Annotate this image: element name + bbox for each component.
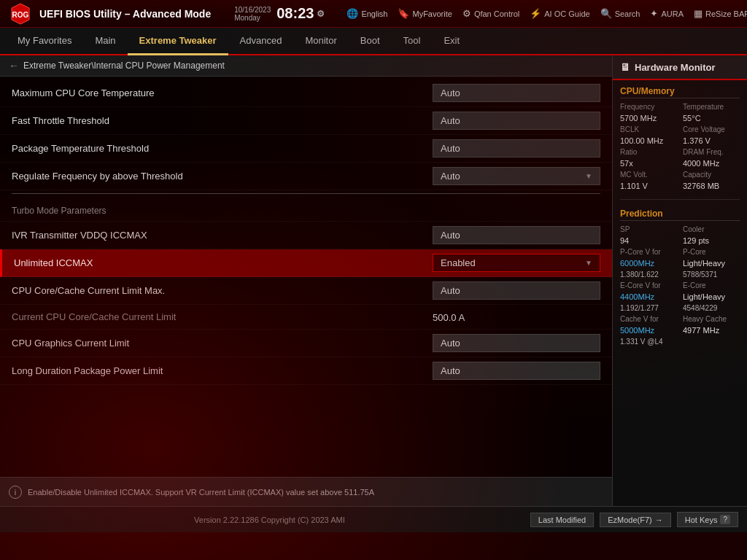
right-sidebar: 🖥 Hardware Monitor CPU/Memory Frequency … [612,55,747,506]
hotkeys-btn[interactable]: Hot Keys ? [677,512,738,527]
resizebar-btn[interactable]: ▦ ReSize BAR [689,6,747,21]
time-display: 08:23 [276,5,314,22]
clock: 08:23 ⚙ [276,5,325,22]
last-modified-btn[interactable]: Last Modified [530,513,594,527]
nav-tool[interactable]: Tool [392,28,433,55]
nav-monitor[interactable]: Monitor [293,28,348,55]
date-label: 10/16/2023 [234,6,271,14]
pcore-lh-label: P-Core [683,248,740,256]
freq-label: Frequency [620,103,677,111]
qfan-btn[interactable]: ⚙ Qfan Control [458,6,524,21]
setting-row-pkg-temp[interactable]: Package Temperature Threshold Auto [0,135,612,163]
regulate-freq-value: Auto ▼ [433,167,600,185]
ezmode-btn[interactable]: EzMode(F7) → [600,513,671,527]
bclk-value: 100.00 MHz [620,136,677,145]
dramfreq-value: 4000 MHz [683,159,740,168]
ratio-label: Ratio [620,148,677,156]
freq-value: 5700 MHz [620,114,677,122]
unlimited-iccmax-label: Unlimited ICCMAX [14,257,433,268]
aura-icon: ✦ [650,8,658,19]
current-cpu-limit-value: 500.0 A [433,311,600,324]
setting-row-current-cpu-limit: Current CPU Core/Cache Current Limit 500… [0,305,612,330]
regulate-freq-dropdown[interactable]: Auto ▼ [433,167,600,185]
ivr-transmitter-box[interactable]: Auto [433,226,600,244]
corevolt-value: 1.376 V [683,136,740,145]
max-cpu-core-temp-box[interactable]: Auto [433,84,600,102]
pcore-v-for-label: P-Core V for [620,248,677,256]
ivr-transmitter-value: Auto [433,226,600,244]
nav-exit[interactable]: Exit [432,28,471,55]
cpu-graphics-limit-box[interactable]: Auto [433,334,600,352]
cpu-memory-title: CPU/Memory [620,86,740,98]
setting-row-regulate-freq[interactable]: Regulate Frequency by above Threshold Au… [0,163,612,190]
current-cpu-limit-static: 500.0 A [433,309,465,326]
nav-main[interactable]: Main [83,28,127,55]
cooler-label: Cooler [683,225,740,233]
pkg-temp-box[interactable]: Auto [433,139,600,158]
ecore-lh-label: E-Core [683,281,740,289]
setting-row-unlimited-iccmax[interactable]: Unlimited ICCMAX Enabled ▼ [0,249,612,277]
main-layout: ← Extreme Tweaker\Internal CPU Power Man… [0,55,747,506]
fan-icon: ⚙ [462,8,471,19]
prediction-title: Prediction [620,209,740,221]
search-label: Search [615,9,640,18]
cpu-cache-limit-box[interactable]: Auto [433,281,600,300]
nav-extreme-tweaker[interactable]: Extreme Tweaker [128,28,228,55]
ecore-grid: E-Core V for E-Core 4400MHz Light/Heavy … [620,281,740,312]
fast-throttle-box[interactable]: Auto [433,112,600,130]
app-title: UEFI BIOS Utility – Advanced Mode [39,8,211,20]
day-label: Monday [234,14,271,22]
regulate-freq-label: Regulate Frequency by above Threshold [12,171,433,182]
search-btn[interactable]: 🔍 Search [596,6,645,21]
sp-label: SP [620,225,677,233]
logo-area: ROG UEFI BIOS Utility – Advanced Mode [7,1,211,27]
aura-btn[interactable]: ✦ AURA [646,6,688,21]
left-content: ← Extreme Tweaker\Internal CPU Power Man… [0,55,612,506]
ezmode-label: EzMode(F7) [608,516,652,524]
nav-advanced[interactable]: Advanced [228,28,294,55]
english-btn[interactable]: 🌐 English [342,6,392,21]
back-arrow-icon[interactable]: ← [9,60,19,71]
turbo-mode-header: Turbo Mode Parameters [0,197,612,222]
prediction-grid: SP Cooler 94 129 pts [620,225,740,245]
cache-freq-value [683,338,740,346]
setting-row-long-duration-power[interactable]: Long Duration Package Power Limit Auto [0,357,612,385]
setting-row-cpu-graphics-limit[interactable]: CPU Graphics Current Limit Auto [0,330,612,357]
cpu-graphics-limit-label: CPU Graphics Current Limit [12,338,433,349]
qfan-label: Qfan Control [474,9,519,18]
long-duration-power-box[interactable]: Auto [433,362,600,380]
current-cpu-limit-label: Current CPU Core/Cache Current Limit [12,311,433,322]
setting-row-fast-throttle[interactable]: Fast Throttle Threshold Auto [0,107,612,135]
capacity-value: 32768 MB [683,182,740,190]
mcvolt-value: 1.101 V [620,182,677,190]
settings-list: Maximum CPU Core Temperature Auto Fast T… [0,77,612,477]
fast-throttle-value: Auto [433,112,600,130]
datetime-area: 10/16/2023 Monday [234,6,271,22]
temp-value: 55°C [683,114,740,122]
info-bar: i Enable/Disable Unlimited ICCMAX. Suppo… [0,477,612,506]
heavy-cache-value: 4977 MHz [683,326,740,335]
setting-row-max-cpu-core-temp[interactable]: Maximum CPU Core Temperature Auto [0,79,612,107]
cache-volt-value: 1.331 V @L4 [620,338,677,346]
ecore-v-for-value: 4400MHz [620,292,677,301]
cpu-cache-limit-value: Auto [433,281,600,300]
unlimited-iccmax-dropdown[interactable]: Enabled ▼ [433,254,600,272]
setting-row-ivr-transmitter[interactable]: IVR Transmitter VDDQ ICCMAX Auto [0,222,612,249]
temp-label: Temperature [683,103,740,111]
pcore-freq-value: 5788/5371 [683,271,740,279]
bookmark-icon: 🔖 [398,8,409,19]
resizebar-icon: ▦ [694,8,703,19]
english-label: English [361,9,387,18]
chevron-down-icon: ▼ [585,259,592,267]
myfavorite-btn[interactable]: 🔖 MyFavorite [393,6,456,21]
aioc-btn[interactable]: ⚡ AI OC Guide [525,6,594,21]
ai-icon: ⚡ [530,8,541,19]
nav-boot[interactable]: Boot [349,28,392,55]
cooler-value: 129 pts [683,236,740,245]
bclk-label: BCLK [620,125,677,133]
bottom-right: Last Modified EzMode(F7) → Hot Keys ? [530,512,738,527]
nav-my-favorites[interactable]: My Favorites [6,28,83,55]
gear-icon[interactable]: ⚙ [317,9,325,19]
pkg-temp-value: Auto [433,139,600,158]
setting-row-cpu-cache-limit[interactable]: CPU Core/Cache Current Limit Max. Auto [0,277,612,305]
